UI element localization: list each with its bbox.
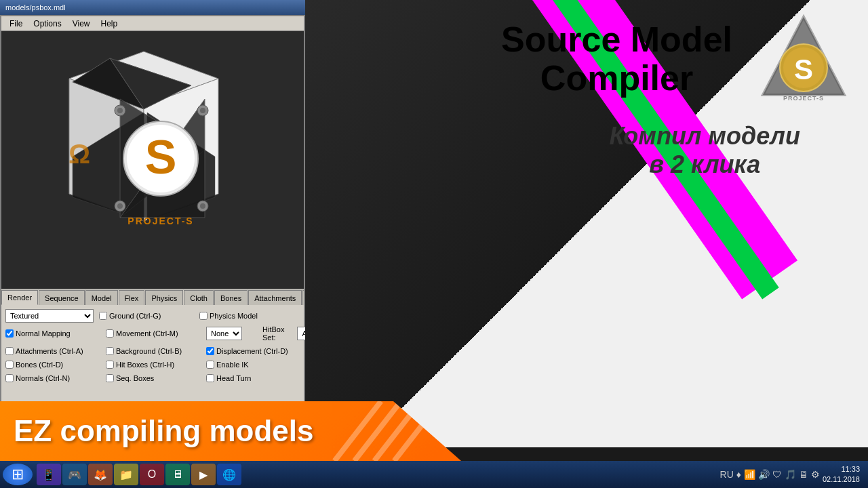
vlc-icon: ▶ [199, 468, 208, 481]
seq-boxes-label: Seq. Boxes [106, 374, 201, 382]
taskbar-appicon[interactable]: 🖥 [165, 464, 190, 485]
physics-model-checkbox-label: Physics Model [199, 312, 294, 320]
tray-network[interactable]: 📶 [744, 469, 755, 480]
normals-checkbox[interactable] [5, 374, 14, 382]
svg-text:PROJECT-S: PROJECT-S [127, 216, 193, 226]
explorer-icon: 📁 [119, 468, 133, 481]
tab-render[interactable]: Render [1, 290, 38, 305]
enable-ik-label: Enable IK [206, 361, 301, 369]
promo-title: Source Model Compiler [501, 20, 732, 98]
tray-more[interactable]: ⚙ [811, 469, 820, 480]
viber-icon: 📱 [42, 468, 56, 481]
attachments-label: Attachments (Ctrl-A) [5, 347, 100, 355]
svg-line-33 [355, 401, 401, 461]
model-display: S PROJECT-S Ω [15, 38, 273, 268]
svg-point-14 [117, 108, 123, 113]
tray-security[interactable]: 🛡 [772, 469, 782, 480]
menu-options[interactable]: Options [28, 18, 66, 30]
svg-point-16 [117, 203, 123, 209]
taskbar-steam[interactable]: 🎮 [62, 464, 87, 485]
tab-sequence[interactable]: Sequence [39, 290, 85, 305]
opera-icon: O [148, 468, 156, 481]
attachments-checkbox[interactable] [5, 347, 14, 355]
logo-area: S PROJECT-S [760, 14, 848, 102]
svg-text:S: S [794, 54, 813, 85]
render-mode-dropdown[interactable]: Textured [5, 309, 94, 323]
app-icon: 🖥 [172, 468, 183, 481]
displacement-checkbox[interactable] [206, 347, 214, 355]
head-turn-checkbox[interactable] [206, 374, 214, 382]
background-checkbox[interactable] [106, 347, 114, 355]
hitbox-set-label: HitBox Set: [262, 325, 293, 342]
normal-mapping-label: Normal Mapping [5, 329, 100, 338]
enable-ik-checkbox[interactable] [206, 361, 214, 369]
head-turn-label: Head Turn [206, 374, 301, 382]
tray-steam[interactable]: ♦ [736, 469, 741, 480]
tab-cloth[interactable]: Cloth [184, 290, 214, 305]
windows-icon: ⊞ [12, 466, 24, 483]
svg-point-20 [200, 203, 205, 209]
hit-boxes-label: Hit Boxes (Ctrl-H) [106, 361, 201, 369]
start-button[interactable]: ⊞ [3, 464, 33, 485]
taskbar-vlc[interactable]: ▶ [191, 464, 216, 485]
hit-boxes-checkbox[interactable] [106, 361, 114, 369]
tray-vlc[interactable]: 🎵 [785, 469, 796, 480]
menu-file[interactable]: File [4, 18, 28, 30]
normals-label: Normals (Ctrl-N) [5, 374, 100, 382]
banner-text: EZ compiling models [14, 414, 314, 448]
taskbar-explorer[interactable]: 📁 [114, 464, 138, 485]
svg-text:S: S [145, 131, 177, 184]
seq-boxes-checkbox[interactable] [106, 374, 114, 382]
taskbar-firefox[interactable]: 🦊 [88, 464, 113, 485]
render-panel: Textured Ground (Ctrl-G) Physics Model N… [1, 305, 304, 392]
taskbar: ⊞ 📱 🎮 🦊 📁 O 🖥 ▶ 🌐 RU ♦ 📶 🔊 🛡 🎵 🖥 ⚙ 11:33… [0, 461, 868, 488]
title-bar: models/psbox.mdl [0, 0, 305, 15]
taskbar-opera[interactable]: O [140, 464, 164, 485]
movement-label: Movement (Ctrl-M) [106, 329, 201, 338]
tab-flex[interactable]: Flex [119, 290, 145, 305]
net-icon: 🌐 [222, 468, 236, 481]
ground-checkbox[interactable] [99, 312, 107, 320]
bones-checkbox[interactable] [5, 361, 14, 369]
logo-svg: S PROJECT-S [760, 14, 848, 102]
physics-model-checkbox[interactable] [199, 312, 208, 320]
promo-subtitle: Компил модели в 2 клика [610, 122, 800, 179]
tab-bones[interactable]: Bones [214, 290, 248, 305]
firefox-icon: 🦊 [94, 468, 107, 481]
menu-view[interactable]: View [67, 18, 96, 30]
tab-model[interactable]: Model [85, 290, 118, 305]
none-dropdown[interactable]: None [206, 327, 242, 340]
taskbar-clock: 11:33 02.11.2018 [823, 464, 860, 485]
taskbar-net[interactable]: 🌐 [217, 464, 241, 485]
movement-checkbox[interactable] [106, 329, 114, 338]
app-window: File Options View Help [0, 15, 305, 435]
tab-physics[interactable]: Physics [145, 290, 183, 305]
bottom-banner: EZ compiling models [0, 401, 461, 461]
menu-bar: File Options View Help [1, 16, 304, 31]
taskbar-viber[interactable]: 📱 [37, 464, 61, 485]
model-svg: S PROJECT-S Ω [22, 38, 266, 268]
background-label: Background (Ctrl-B) [106, 347, 201, 355]
menu-help[interactable]: Help [96, 18, 123, 30]
tab-strip: Render Sequence Model Flex Physics Cloth… [1, 289, 304, 305]
system-tray: RU ♦ 📶 🔊 🛡 🎵 🖥 ⚙ 11:33 02.11.2018 [720, 464, 865, 485]
bones-label: Bones (Ctrl-D) [5, 361, 100, 369]
svg-line-32 [335, 401, 381, 461]
tab-attachments[interactable]: Attachments [248, 290, 302, 305]
steam-icon: 🎮 [68, 468, 81, 481]
svg-text:PROJECT-S: PROJECT-S [783, 95, 824, 102]
svg-text:Ω: Ω [68, 139, 90, 169]
tray-volume[interactable]: 🔊 [758, 469, 770, 480]
title-text: models/psbox.mdl [5, 3, 66, 12]
viewport: S PROJECT-S Ω [1, 31, 304, 289]
normal-mapping-checkbox[interactable] [5, 329, 14, 338]
displacement-label: Displacement (Ctrl-D) [206, 347, 301, 355]
promo-area: S PROJECT-S Source Model Compiler Компил… [305, 0, 868, 447]
tray-locale[interactable]: RU [720, 469, 734, 480]
ground-checkbox-label: Ground (Ctrl-G) [99, 312, 194, 320]
svg-point-18 [200, 108, 205, 113]
tab-ikrule[interactable]: IKRule [302, 290, 304, 305]
tray-monitor[interactable]: 🖥 [799, 469, 808, 480]
